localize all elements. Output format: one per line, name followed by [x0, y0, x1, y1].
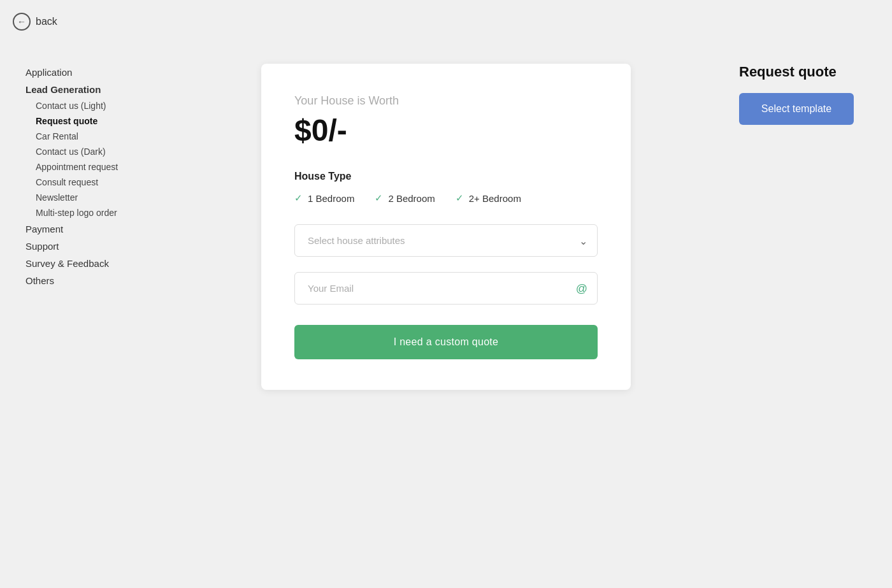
- check-icon-2: ✓: [375, 192, 383, 204]
- submit-button[interactable]: I need a custom quote: [294, 325, 598, 359]
- sidebar-sub-multi-step-logo-order[interactable]: Multi-step logo order: [25, 205, 153, 220]
- bedroom-label-1: 1 Bedroom: [308, 193, 354, 204]
- sidebar-sub-contact-us-dark[interactable]: Contact us (Dark): [25, 144, 153, 159]
- card-price: $0/-: [294, 113, 598, 148]
- house-attributes-select[interactable]: Select house attributes: [294, 224, 598, 257]
- check-icon-3: ✓: [456, 192, 464, 204]
- main-content: Your House is Worth $0/- House Type ✓ 1 …: [178, 51, 714, 588]
- sidebar-item-support[interactable]: Support: [25, 238, 153, 255]
- bedroom-option-1[interactable]: ✓ 1 Bedroom: [294, 192, 354, 204]
- sidebar-sub-newsletter[interactable]: Newsletter: [25, 190, 153, 205]
- bedroom-label-2: 2 Bedroom: [388, 193, 435, 204]
- bedroom-label-3: 2+ Bedroom: [469, 193, 521, 204]
- card-subtitle: Your House is Worth: [294, 94, 598, 108]
- sidebar-item-survey-feedback[interactable]: Survey & Feedback: [25, 255, 153, 272]
- check-icon-1: ✓: [294, 192, 303, 204]
- quote-card: Your House is Worth $0/- House Type ✓ 1 …: [261, 64, 631, 390]
- right-panel: Request quote Select template: [714, 51, 892, 588]
- house-attributes-wrapper: Select house attributes ⌄: [294, 224, 598, 257]
- select-template-button[interactable]: Select template: [739, 93, 854, 125]
- back-button[interactable]: ← back: [13, 13, 57, 31]
- sidebar-item-application[interactable]: Application: [25, 64, 153, 81]
- sidebar-sub-car-rental[interactable]: Car Rental: [25, 129, 153, 144]
- sidebar: Application Lead Generation Contact us (…: [0, 51, 178, 588]
- bedroom-option-3[interactable]: ✓ 2+ Bedroom: [456, 192, 521, 204]
- right-panel-title: Request quote: [739, 64, 867, 80]
- sidebar-sub-consult-request[interactable]: Consult request: [25, 175, 153, 190]
- house-type-label: House Type: [294, 171, 598, 182]
- main-layout: Application Lead Generation Contact us (…: [0, 0, 892, 588]
- bedroom-options: ✓ 1 Bedroom ✓ 2 Bedroom ✓ 2+ Bedroom: [294, 192, 598, 204]
- sidebar-sub-appointment-request[interactable]: Appointment request: [25, 159, 153, 175]
- email-wrapper: @: [294, 272, 598, 305]
- back-label: back: [36, 16, 57, 27]
- back-arrow-icon: ←: [13, 13, 31, 31]
- sidebar-item-lead-generation[interactable]: Lead Generation: [25, 81, 153, 98]
- sidebar-item-others[interactable]: Others: [25, 272, 153, 289]
- sidebar-sub-contact-us-light[interactable]: Contact us (Light): [25, 98, 153, 113]
- email-input[interactable]: [294, 272, 598, 305]
- sidebar-item-payment[interactable]: Payment: [25, 220, 153, 238]
- bedroom-option-2[interactable]: ✓ 2 Bedroom: [375, 192, 435, 204]
- sidebar-sub-request-quote[interactable]: Request quote: [25, 113, 153, 129]
